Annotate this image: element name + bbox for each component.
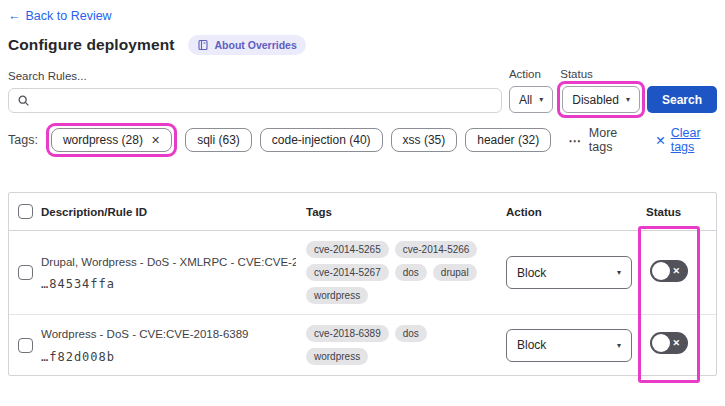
table-header-row: Description/Rule ID Tags Action Status (9, 193, 716, 231)
rule-tag-pill: drupal (433, 264, 477, 281)
search-rules-group: Search Rules... (8, 70, 502, 113)
rule-tags: cve-2018-6389doswordpress (306, 325, 506, 365)
page-title: Configure deployment (8, 36, 174, 54)
clear-tags-label: Clear tags (671, 126, 717, 154)
filter-row: Search Rules... Action All ▾ Status Disa… (8, 68, 717, 113)
status-label: Status (560, 68, 640, 80)
table-row: Wordpress - DoS - CVE:CVE-2018-6389 …f82… (9, 315, 716, 375)
about-overrides-badge[interactable]: About Overrides (188, 35, 305, 55)
rule-tags: cve-2014-5265cve-2014-5266cve-2014-5267d… (306, 241, 506, 304)
rule-tag-pill: cve-2014-5266 (395, 241, 478, 258)
tag-pill-label: wordpress (28) (63, 133, 143, 147)
action-label: Action (509, 68, 553, 80)
tag-pill-wordpress[interactable]: wordpress (28) ✕ (51, 128, 172, 152)
caret-down-icon: ▾ (626, 96, 630, 104)
back-link-label: Back to Review (26, 9, 112, 23)
rule-tag-pill: cve-2018-6389 (306, 325, 389, 342)
action-select[interactable]: Block ▾ (506, 256, 632, 289)
column-header-status: Status (646, 206, 716, 218)
selected-tag-highlight: wordpress (28) ✕ (46, 123, 177, 157)
title-row: Configure deployment About Overrides (8, 35, 717, 55)
rule-description: Wordpress - DoS - CVE:CVE-2018-6389 (41, 326, 296, 342)
clear-tags-link[interactable]: ✕ Clear tags (655, 126, 717, 154)
status-toggle[interactable]: ✕ (650, 332, 688, 354)
rule-tag-pill: dos (395, 325, 427, 342)
tags-bar: Tags: wordpress (28) ✕ sqli (63)code-inj… (8, 126, 717, 154)
search-input[interactable] (36, 93, 493, 109)
search-icon (17, 94, 30, 107)
tag-pill[interactable]: code-injection (40) (260, 128, 383, 152)
tag-pill[interactable]: header (32) (465, 128, 551, 152)
rule-tag-pill: wordpress (306, 348, 368, 365)
more-tags-button[interactable]: ⋯ More tags (568, 126, 633, 154)
configure-deployment-page: ← Back to Review Configure deployment Ab… (0, 0, 725, 406)
status-filter-group: Status Disabled ▾ (560, 68, 640, 113)
rules-table: Description/Rule ID Tags Action Status D… (8, 192, 717, 376)
status-cell: ✕ (646, 260, 716, 286)
description-cell: Wordpress - DoS - CVE:CVE-2018-6389 …f82… (41, 326, 306, 363)
rule-tag-pill: wordpress (306, 287, 368, 304)
book-icon (197, 39, 209, 51)
action-dropdown-value: All (519, 93, 532, 107)
status-toggle[interactable]: ✕ (650, 260, 688, 282)
rule-tag-pill: dos (395, 264, 427, 281)
more-tags-label: More tags (589, 126, 633, 154)
rule-id: …f82d008b (41, 350, 296, 364)
action-filter-group: Action All ▾ (509, 68, 553, 113)
action-dropdown[interactable]: All ▾ (509, 86, 553, 113)
back-arrow-icon: ← (8, 9, 21, 23)
rule-tag-pill: cve-2014-5267 (306, 264, 389, 281)
action-cell: Block ▾ (506, 256, 646, 289)
back-to-review-link[interactable]: ← Back to Review (8, 9, 112, 23)
rule-id: …84534ffa (41, 277, 296, 291)
status-dropdown[interactable]: Disabled ▾ (562, 86, 640, 113)
row-checkbox[interactable] (18, 338, 33, 353)
ellipsis-icon: ⋯ (568, 133, 582, 148)
column-header-tags: Tags (306, 206, 506, 218)
search-rules-label: Search Rules... (8, 70, 502, 82)
action-select[interactable]: Block ▾ (506, 329, 632, 362)
remove-tag-icon[interactable]: ✕ (151, 134, 160, 147)
toggle-x-icon: ✕ (672, 266, 680, 275)
row-checkbox[interactable] (18, 265, 33, 280)
search-input-wrapper (8, 88, 502, 113)
table-row: Drupal, Wordpress - DoS - XMLRPC - CVE:C… (9, 231, 716, 315)
column-header-action: Action (506, 206, 646, 218)
tag-pill-list: sqli (63)code-injection (40)xss (35)head… (185, 128, 551, 152)
caret-down-icon: ▾ (617, 341, 621, 350)
column-header-description: Description/Rule ID (41, 206, 306, 218)
rule-tag-pill: cve-2014-5265 (306, 241, 389, 258)
toggle-knob (652, 262, 670, 280)
search-button[interactable]: Search (647, 86, 717, 113)
description-cell: Drupal, Wordpress - DoS - XMLRPC - CVE:C… (41, 254, 306, 291)
tag-pill[interactable]: xss (35) (391, 128, 458, 152)
tags-label: Tags: (8, 133, 38, 147)
status-cell: ✕ (646, 332, 716, 358)
close-icon: ✕ (655, 133, 665, 148)
caret-down-icon: ▾ (617, 268, 621, 277)
status-dropdown-highlight: Disabled ▾ (557, 81, 645, 118)
toggle-knob (652, 334, 670, 352)
action-select-value: Block (517, 266, 546, 280)
caret-down-icon: ▾ (539, 96, 543, 104)
action-select-value: Block (517, 338, 546, 352)
status-dropdown-value: Disabled (572, 93, 619, 107)
rule-description: Drupal, Wordpress - DoS - XMLRPC - CVE:C… (41, 254, 296, 270)
toggle-x-icon: ✕ (672, 339, 680, 348)
select-all-checkbox[interactable] (18, 204, 33, 219)
table-body: Drupal, Wordpress - DoS - XMLRPC - CVE:C… (9, 231, 716, 375)
about-overrides-label: About Overrides (214, 39, 296, 51)
tag-pill[interactable]: sqli (63) (185, 128, 252, 152)
action-cell: Block ▾ (506, 329, 646, 362)
